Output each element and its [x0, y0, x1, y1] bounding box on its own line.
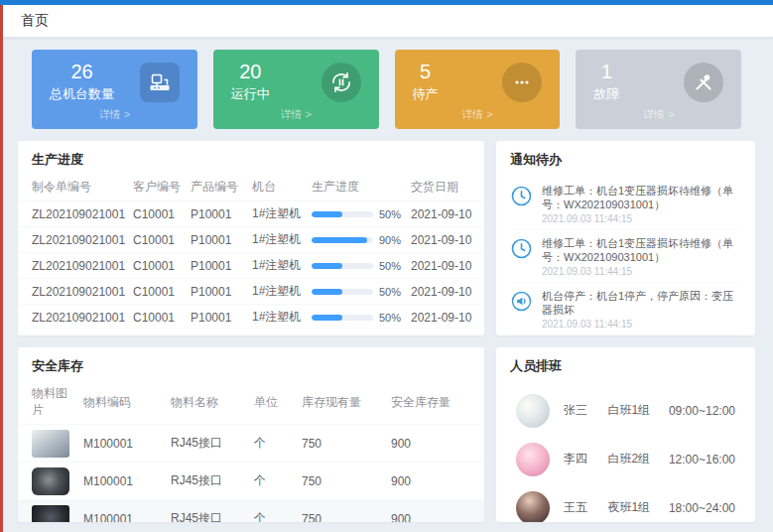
- cell-order: ZL202109021001: [18, 305, 129, 331]
- cell-product: P10001: [187, 305, 248, 331]
- production-row: ZL202109021001 C10001 P10001 1#注塑机 50% 2…: [18, 253, 484, 279]
- page-header: 首页: [0, 5, 773, 38]
- col-material-image: 物料图片: [18, 382, 79, 425]
- production-row: ZL202109021001 C10001 P10001 1#注塑机 90% 2…: [18, 227, 484, 253]
- cell-machine: 1#注塑机: [248, 305, 308, 331]
- pending-label: 待产: [413, 85, 439, 103]
- progress-fill: [312, 237, 367, 243]
- cell-customer: C10001: [129, 253, 187, 279]
- production-header-row: 制令单编号 客户编号 产品编号 机台 生产进度 交货日期: [18, 176, 484, 201]
- progress-percent: 50%: [379, 208, 401, 220]
- card-pending-body: 5 待产: [407, 59, 549, 105]
- card-fault[interactable]: 1 故障 详情 >: [576, 50, 741, 129]
- production-row: ZL202109021001 C10001 P10001 1#注塑机 50% 2…: [18, 201, 484, 227]
- col-order-no: 制令单编号: [18, 176, 129, 201]
- person-time: 18:00~24:00: [669, 501, 735, 515]
- top-accent-bar: [0, 0, 773, 5]
- cell-stock-qty: 750: [298, 425, 387, 463]
- notification-body: 机台停产：机台1停产，停产原因：变压器损坏 2021.09.03 11:44:1…: [542, 289, 741, 330]
- cell-progress: 50%: [308, 305, 407, 331]
- inventory-row: M100001 RJ45接口 个 750 900: [18, 425, 484, 463]
- person-time: 09:00~12:00: [669, 404, 735, 418]
- col-unit: 单位: [250, 382, 298, 425]
- cell-machine: 1#注塑机: [248, 279, 308, 305]
- notification-time: 2021.09.03 11:44:15: [542, 213, 741, 224]
- material-image-round-connector: [32, 467, 69, 495]
- cell-customer: C10001: [129, 305, 187, 331]
- cell-stock-qty: 750: [298, 500, 387, 523]
- notification-item[interactable]: 维修工单：机台1变压器损坏待维修（单号：WX202109031001） 2021…: [510, 178, 741, 229]
- cell-machine: 1#注塑机: [248, 227, 308, 253]
- card-running[interactable]: 20 运行中 详情 >: [213, 50, 379, 129]
- cell-material-name: RJ45接口: [167, 500, 250, 523]
- col-stock-qty: 库存现有量: [298, 382, 387, 425]
- progress-percent: 50%: [379, 260, 401, 272]
- fault-detail-link[interactable]: 详情 >: [587, 105, 729, 125]
- inventory-row: M100001 RJ45接口 个 750 900: [18, 463, 484, 500]
- cell-date: 2021-09-10: [407, 279, 484, 305]
- cell-machine: 1#注塑机: [248, 201, 308, 227]
- notification-item[interactable]: 计划暂停：机台1生产计划已暂停 2021.09.03 11:44:15: [510, 334, 741, 335]
- notification-time: 2021.09.03 11:44:15: [542, 319, 741, 330]
- schedule-panel-title: 人员排班: [496, 347, 755, 382]
- cell-material-image: [18, 425, 79, 463]
- cell-product: P10001: [187, 253, 248, 279]
- progress-track: [312, 289, 373, 295]
- pending-value: 5: [413, 61, 439, 82]
- cell-order: ZL202109021001: [18, 279, 129, 305]
- cell-stock-qty: 750: [298, 463, 387, 500]
- pending-icon: [502, 63, 542, 102]
- notifications-panel-title: 通知待办: [496, 141, 755, 176]
- production-row: ZL202109021001 C10001 P10001 1#注塑机 50% 2…: [18, 279, 484, 305]
- total-machines-value: 26: [50, 61, 114, 82]
- cell-unit: 个: [250, 500, 298, 523]
- card-fault-body: 1 故障: [587, 59, 729, 105]
- cell-product: P10001: [187, 227, 248, 253]
- fault-label: 故障: [593, 85, 619, 103]
- cell-product: P10001: [187, 279, 248, 305]
- running-value: 20: [231, 61, 270, 82]
- col-safety-qty: 安全库存量: [387, 382, 484, 425]
- fault-value: 1: [593, 61, 619, 82]
- notification-list: 维修工单：机台1变压器损坏待维修（单号：WX202109031001） 2021…: [496, 176, 755, 335]
- notification-item[interactable]: 维修工单：机台1变压器损坏待维修（单号：WX202109031001） 2021…: [510, 229, 741, 282]
- cell-order: ZL202109021001: [18, 253, 129, 279]
- running-detail-link[interactable]: 详情 >: [225, 105, 367, 125]
- avatar: [516, 491, 550, 523]
- progress-percent: 50%: [379, 312, 401, 324]
- progress-track: [312, 237, 373, 243]
- notification-text: 机台停产：机台1停产，停产原因：变压器损坏: [542, 289, 741, 317]
- schedule-panel: 人员排班 张三 白班1组 09:00~12:00 李四 白班2组 12:00~1…: [496, 347, 755, 522]
- total-machines-detail-link[interactable]: 详情 >: [44, 105, 186, 125]
- notification-text: 维修工单：机台1变压器损坏待维修（单号：WX202109031001）: [542, 236, 741, 264]
- page-title-tab[interactable]: 首页: [21, 12, 49, 30]
- cell-progress: 90%: [308, 227, 407, 253]
- dashboard-content: 26 总机台数量 详情 > 20: [0, 38, 773, 522]
- cell-order: ZL202109021001: [18, 201, 129, 227]
- card-total-machines[interactable]: 26 总机台数量 详情 >: [32, 50, 197, 129]
- person-shift: 白班2组: [607, 451, 655, 467]
- col-material-name: 物料名称: [167, 382, 250, 425]
- card-pending-info: 5 待产: [413, 61, 439, 103]
- card-pending[interactable]: 5 待产 详情 >: [395, 50, 561, 129]
- inventory-table: 物料图片 物料编码 物料名称 单位 库存现有量 安全库存量 M100001 RJ…: [18, 382, 484, 522]
- notification-item[interactable]: 机台停产：机台1停产，停产原因：变压器损坏 2021.09.03 11:44:1…: [510, 282, 741, 334]
- avatar: [516, 443, 550, 476]
- cell-material-code: M100001: [79, 500, 167, 523]
- cell-customer: C10001: [129, 279, 187, 305]
- cell-progress: 50%: [308, 253, 407, 279]
- production-row: ZL202109021001 C10001 P10001 1#注塑机 50% 2…: [18, 305, 484, 331]
- cell-material-code: M100001: [79, 463, 167, 500]
- notifications-panel: 通知待办 维修工单：机台1变压器损坏待维修（单号：WX202109031001）…: [496, 141, 755, 335]
- pending-detail-link[interactable]: 详情 >: [407, 105, 549, 125]
- col-progress: 生产进度: [308, 176, 407, 201]
- notification-body: 维修工单：机台1变压器损坏待维修（单号：WX202109031001） 2021…: [542, 184, 741, 224]
- clock-icon: [510, 237, 533, 260]
- total-machines-label: 总机台数量: [50, 85, 114, 103]
- progress-track: [312, 315, 373, 321]
- col-delivery-date: 交货日期: [407, 176, 484, 201]
- stat-cards: 26 总机台数量 详情 > 20: [18, 50, 755, 129]
- production-table: 制令单编号 客户编号 产品编号 机台 生产进度 交货日期 ZL202109021…: [18, 176, 484, 331]
- person-name: 张三: [564, 402, 593, 419]
- progress-fill: [312, 211, 342, 217]
